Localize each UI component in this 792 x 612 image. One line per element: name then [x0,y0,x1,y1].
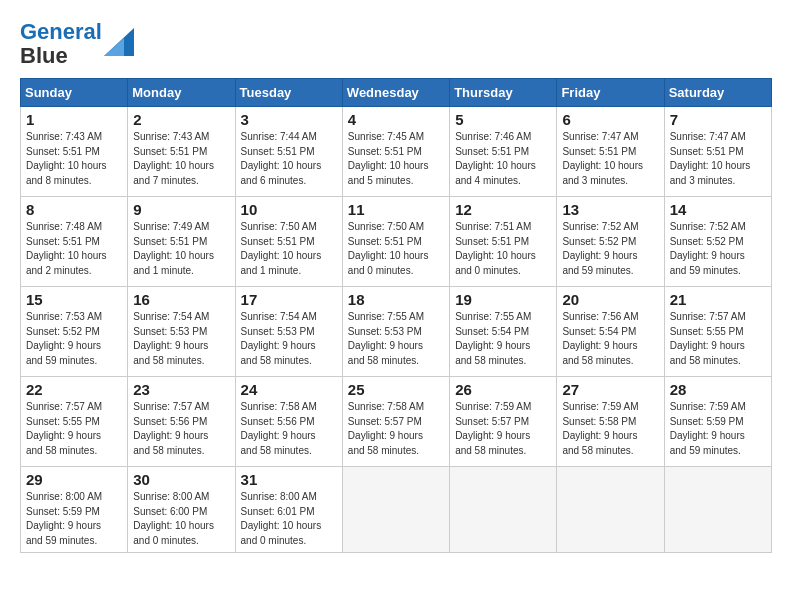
day-info: Sunrise: 7:55 AM Sunset: 5:54 PM Dayligh… [455,310,551,368]
day-number: 17 [241,291,337,308]
day-info: Sunrise: 7:57 AM Sunset: 5:55 PM Dayligh… [26,400,122,458]
day-number: 19 [455,291,551,308]
day-info: Sunrise: 7:57 AM Sunset: 5:56 PM Dayligh… [133,400,229,458]
day-info: Sunrise: 7:55 AM Sunset: 5:53 PM Dayligh… [348,310,444,368]
calendar-cell [557,467,664,553]
day-info: Sunrise: 7:45 AM Sunset: 5:51 PM Dayligh… [348,130,444,188]
calendar-week-row: 29Sunrise: 8:00 AM Sunset: 5:59 PM Dayli… [21,467,772,553]
calendar-cell: 8Sunrise: 7:48 AM Sunset: 5:51 PM Daylig… [21,197,128,287]
day-number: 6 [562,111,658,128]
day-info: Sunrise: 7:59 AM Sunset: 5:58 PM Dayligh… [562,400,658,458]
calendar-cell: 14Sunrise: 7:52 AM Sunset: 5:52 PM Dayli… [664,197,771,287]
day-info: Sunrise: 8:00 AM Sunset: 6:00 PM Dayligh… [133,490,229,548]
calendar-cell: 2Sunrise: 7:43 AM Sunset: 5:51 PM Daylig… [128,107,235,197]
day-info: Sunrise: 7:56 AM Sunset: 5:54 PM Dayligh… [562,310,658,368]
calendar-cell: 3Sunrise: 7:44 AM Sunset: 5:51 PM Daylig… [235,107,342,197]
day-info: Sunrise: 7:47 AM Sunset: 5:51 PM Dayligh… [562,130,658,188]
calendar-cell [664,467,771,553]
calendar-cell: 19Sunrise: 7:55 AM Sunset: 5:54 PM Dayli… [450,287,557,377]
calendar-cell: 15Sunrise: 7:53 AM Sunset: 5:52 PM Dayli… [21,287,128,377]
day-info: Sunrise: 7:59 AM Sunset: 5:57 PM Dayligh… [455,400,551,458]
day-number: 8 [26,201,122,218]
calendar-cell: 4Sunrise: 7:45 AM Sunset: 5:51 PM Daylig… [342,107,449,197]
day-number: 3 [241,111,337,128]
day-number: 2 [133,111,229,128]
day-number: 31 [241,471,337,488]
day-info: Sunrise: 8:00 AM Sunset: 5:59 PM Dayligh… [26,490,122,548]
day-number: 30 [133,471,229,488]
calendar-cell: 1Sunrise: 7:43 AM Sunset: 5:51 PM Daylig… [21,107,128,197]
calendar-cell: 9Sunrise: 7:49 AM Sunset: 5:51 PM Daylig… [128,197,235,287]
day-number: 16 [133,291,229,308]
day-number: 26 [455,381,551,398]
calendar-cell: 13Sunrise: 7:52 AM Sunset: 5:52 PM Dayli… [557,197,664,287]
day-info: Sunrise: 7:50 AM Sunset: 5:51 PM Dayligh… [241,220,337,278]
day-number: 22 [26,381,122,398]
day-number: 29 [26,471,122,488]
calendar-cell: 16Sunrise: 7:54 AM Sunset: 5:53 PM Dayli… [128,287,235,377]
calendar-week-row: 8Sunrise: 7:48 AM Sunset: 5:51 PM Daylig… [21,197,772,287]
col-header-saturday: Saturday [664,79,771,107]
col-header-thursday: Thursday [450,79,557,107]
calendar-cell: 7Sunrise: 7:47 AM Sunset: 5:51 PM Daylig… [664,107,771,197]
calendar-body: 1Sunrise: 7:43 AM Sunset: 5:51 PM Daylig… [21,107,772,553]
day-info: Sunrise: 7:50 AM Sunset: 5:51 PM Dayligh… [348,220,444,278]
logo: GeneralBlue [20,20,134,68]
calendar-cell: 26Sunrise: 7:59 AM Sunset: 5:57 PM Dayli… [450,377,557,467]
calendar-cell: 10Sunrise: 7:50 AM Sunset: 5:51 PM Dayli… [235,197,342,287]
day-number: 1 [26,111,122,128]
col-header-wednesday: Wednesday [342,79,449,107]
calendar-cell: 28Sunrise: 7:59 AM Sunset: 5:59 PM Dayli… [664,377,771,467]
calendar-week-row: 1Sunrise: 7:43 AM Sunset: 5:51 PM Daylig… [21,107,772,197]
day-number: 15 [26,291,122,308]
day-info: Sunrise: 7:44 AM Sunset: 5:51 PM Dayligh… [241,130,337,188]
day-number: 27 [562,381,658,398]
day-info: Sunrise: 7:54 AM Sunset: 5:53 PM Dayligh… [133,310,229,368]
day-info: Sunrise: 7:59 AM Sunset: 5:59 PM Dayligh… [670,400,766,458]
day-info: Sunrise: 7:52 AM Sunset: 5:52 PM Dayligh… [670,220,766,278]
day-info: Sunrise: 7:48 AM Sunset: 5:51 PM Dayligh… [26,220,122,278]
day-number: 21 [670,291,766,308]
calendar-cell: 22Sunrise: 7:57 AM Sunset: 5:55 PM Dayli… [21,377,128,467]
calendar-cell: 6Sunrise: 7:47 AM Sunset: 5:51 PM Daylig… [557,107,664,197]
logo-icon [104,28,134,56]
day-info: Sunrise: 7:54 AM Sunset: 5:53 PM Dayligh… [241,310,337,368]
day-info: Sunrise: 7:43 AM Sunset: 5:51 PM Dayligh… [133,130,229,188]
day-number: 7 [670,111,766,128]
calendar-cell: 29Sunrise: 8:00 AM Sunset: 5:59 PM Dayli… [21,467,128,553]
day-number: 5 [455,111,551,128]
day-number: 10 [241,201,337,218]
calendar-cell: 5Sunrise: 7:46 AM Sunset: 5:51 PM Daylig… [450,107,557,197]
day-number: 20 [562,291,658,308]
calendar-cell: 25Sunrise: 7:58 AM Sunset: 5:57 PM Dayli… [342,377,449,467]
day-number: 4 [348,111,444,128]
calendar-header-row: SundayMondayTuesdayWednesdayThursdayFrid… [21,79,772,107]
logo-text: GeneralBlue [20,20,102,68]
page-header: GeneralBlue [20,20,772,68]
day-info: Sunrise: 7:58 AM Sunset: 5:56 PM Dayligh… [241,400,337,458]
calendar-cell: 24Sunrise: 7:58 AM Sunset: 5:56 PM Dayli… [235,377,342,467]
calendar-week-row: 15Sunrise: 7:53 AM Sunset: 5:52 PM Dayli… [21,287,772,377]
calendar-cell: 11Sunrise: 7:50 AM Sunset: 5:51 PM Dayli… [342,197,449,287]
day-info: Sunrise: 7:51 AM Sunset: 5:51 PM Dayligh… [455,220,551,278]
calendar-cell: 20Sunrise: 7:56 AM Sunset: 5:54 PM Dayli… [557,287,664,377]
calendar-cell: 17Sunrise: 7:54 AM Sunset: 5:53 PM Dayli… [235,287,342,377]
day-number: 12 [455,201,551,218]
day-info: Sunrise: 7:47 AM Sunset: 5:51 PM Dayligh… [670,130,766,188]
day-number: 25 [348,381,444,398]
day-info: Sunrise: 7:43 AM Sunset: 5:51 PM Dayligh… [26,130,122,188]
day-info: Sunrise: 7:52 AM Sunset: 5:52 PM Dayligh… [562,220,658,278]
day-number: 11 [348,201,444,218]
col-header-friday: Friday [557,79,664,107]
calendar-cell: 30Sunrise: 8:00 AM Sunset: 6:00 PM Dayli… [128,467,235,553]
day-info: Sunrise: 7:46 AM Sunset: 5:51 PM Dayligh… [455,130,551,188]
day-number: 18 [348,291,444,308]
day-number: 13 [562,201,658,218]
day-number: 24 [241,381,337,398]
calendar-cell [450,467,557,553]
calendar-cell: 23Sunrise: 7:57 AM Sunset: 5:56 PM Dayli… [128,377,235,467]
calendar-cell: 21Sunrise: 7:57 AM Sunset: 5:55 PM Dayli… [664,287,771,377]
day-info: Sunrise: 8:00 AM Sunset: 6:01 PM Dayligh… [241,490,337,548]
day-number: 9 [133,201,229,218]
day-info: Sunrise: 7:53 AM Sunset: 5:52 PM Dayligh… [26,310,122,368]
